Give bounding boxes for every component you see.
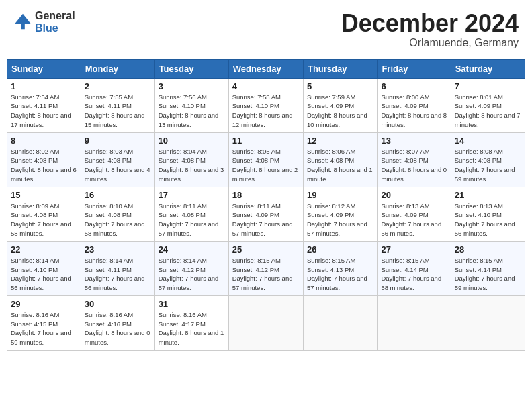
day-info: Sunrise: 8:07 AMSunset: 4:08 PMDaylight:… bbox=[381, 147, 447, 184]
day-info: Sunrise: 8:11 AMSunset: 4:09 PMDaylight:… bbox=[232, 201, 300, 238]
day-info: Sunrise: 8:16 AMSunset: 4:17 PMDaylight:… bbox=[159, 310, 225, 347]
day-number: 10 bbox=[159, 136, 225, 146]
day-number: 20 bbox=[381, 190, 447, 200]
day-number: 19 bbox=[307, 190, 373, 200]
day-info: Sunrise: 8:06 AMSunset: 4:08 PMDaylight:… bbox=[307, 147, 373, 184]
calendar-cell: 19Sunrise: 8:12 AMSunset: 4:09 PMDayligh… bbox=[303, 187, 377, 241]
day-number: 31 bbox=[159, 299, 225, 309]
calendar-week-row: 8Sunrise: 8:02 AMSunset: 4:08 PMDaylight… bbox=[7, 132, 525, 187]
logo-blue: Blue bbox=[35, 22, 75, 34]
calendar-header-row: SundayMondayTuesdayWednesdayThursdayFrid… bbox=[7, 59, 525, 78]
calendar-cell: 14Sunrise: 8:08 AMSunset: 4:08 PMDayligh… bbox=[451, 132, 525, 187]
day-info: Sunrise: 8:08 AMSunset: 4:08 PMDaylight:… bbox=[455, 147, 521, 184]
svg-marker-0 bbox=[15, 13, 31, 24]
calendar-cell: 9Sunrise: 8:03 AMSunset: 4:08 PMDaylight… bbox=[81, 132, 154, 187]
calendar-cell: 22Sunrise: 8:14 AMSunset: 4:10 PMDayligh… bbox=[7, 241, 81, 295]
day-number: 9 bbox=[85, 136, 151, 146]
day-info: Sunrise: 7:55 AMSunset: 4:11 PMDaylight:… bbox=[85, 93, 151, 130]
day-number: 3 bbox=[159, 81, 225, 91]
day-number: 26 bbox=[307, 244, 373, 255]
calendar-cell bbox=[303, 295, 377, 350]
calendar-cell: 5Sunrise: 7:59 AMSunset: 4:09 PMDaylight… bbox=[303, 78, 377, 132]
day-info: Sunrise: 8:11 AMSunset: 4:08 PMDaylight:… bbox=[159, 201, 225, 238]
calendar-cell: 26Sunrise: 8:15 AMSunset: 4:13 PMDayligh… bbox=[303, 241, 377, 295]
calendar-cell: 10Sunrise: 8:04 AMSunset: 4:08 PMDayligh… bbox=[154, 132, 228, 187]
day-info: Sunrise: 8:01 AMSunset: 4:09 PMDaylight:… bbox=[455, 93, 521, 130]
calendar-cell bbox=[228, 295, 303, 350]
svg-rect-1 bbox=[21, 24, 25, 28]
calendar-cell: 8Sunrise: 8:02 AMSunset: 4:08 PMDaylight… bbox=[7, 132, 81, 187]
day-info: Sunrise: 8:15 AMSunset: 4:13 PMDaylight:… bbox=[307, 256, 373, 293]
day-info: Sunrise: 7:54 AMSunset: 4:11 PMDaylight:… bbox=[11, 93, 77, 130]
day-number: 7 bbox=[455, 81, 521, 91]
day-info: Sunrise: 8:14 AMSunset: 4:11 PMDaylight:… bbox=[85, 256, 151, 293]
calendar-cell bbox=[378, 295, 451, 350]
day-number: 14 bbox=[455, 136, 521, 146]
location: Orlamuende, Germany bbox=[341, 37, 519, 49]
calendar-cell: 18Sunrise: 8:11 AMSunset: 4:09 PMDayligh… bbox=[228, 187, 303, 241]
day-info: Sunrise: 7:56 AMSunset: 4:10 PMDaylight:… bbox=[159, 93, 225, 130]
calendar-cell: 15Sunrise: 8:09 AMSunset: 4:08 PMDayligh… bbox=[7, 187, 81, 241]
day-info: Sunrise: 8:04 AMSunset: 4:08 PMDaylight:… bbox=[159, 147, 225, 184]
day-number: 16 bbox=[85, 190, 151, 200]
day-info: Sunrise: 8:15 AMSunset: 4:12 PMDaylight:… bbox=[232, 256, 300, 293]
calendar-cell: 25Sunrise: 8:15 AMSunset: 4:12 PMDayligh… bbox=[228, 241, 303, 295]
calendar-cell: 21Sunrise: 8:13 AMSunset: 4:10 PMDayligh… bbox=[451, 187, 525, 241]
calendar-header-wednesday: Wednesday bbox=[228, 59, 303, 78]
calendar-cell: 12Sunrise: 8:06 AMSunset: 4:08 PMDayligh… bbox=[303, 132, 377, 187]
calendar-header-sunday: Sunday bbox=[7, 59, 81, 78]
day-info: Sunrise: 8:02 AMSunset: 4:08 PMDaylight:… bbox=[11, 147, 77, 184]
calendar-header-tuesday: Tuesday bbox=[154, 59, 228, 78]
day-info: Sunrise: 8:00 AMSunset: 4:09 PMDaylight:… bbox=[381, 93, 447, 130]
day-info: Sunrise: 7:58 AMSunset: 4:10 PMDaylight:… bbox=[232, 93, 300, 130]
calendar-cell: 17Sunrise: 8:11 AMSunset: 4:08 PMDayligh… bbox=[154, 187, 228, 241]
calendar-cell: 30Sunrise: 8:16 AMSunset: 4:16 PMDayligh… bbox=[81, 295, 154, 350]
day-number: 25 bbox=[232, 244, 300, 255]
calendar-header-friday: Friday bbox=[378, 59, 451, 78]
day-info: Sunrise: 8:16 AMSunset: 4:16 PMDaylight:… bbox=[85, 310, 151, 347]
logo-text: General Blue bbox=[35, 10, 75, 34]
calendar-week-row: 29Sunrise: 8:16 AMSunset: 4:15 PMDayligh… bbox=[7, 295, 525, 350]
day-info: Sunrise: 8:14 AMSunset: 4:10 PMDaylight:… bbox=[11, 256, 77, 293]
logo-general: General bbox=[35, 10, 75, 22]
day-info: Sunrise: 8:14 AMSunset: 4:12 PMDaylight:… bbox=[159, 256, 225, 293]
day-number: 12 bbox=[307, 136, 373, 146]
calendar-cell: 6Sunrise: 8:00 AMSunset: 4:09 PMDaylight… bbox=[378, 78, 451, 132]
day-info: Sunrise: 8:16 AMSunset: 4:15 PMDaylight:… bbox=[11, 310, 77, 347]
calendar-week-row: 15Sunrise: 8:09 AMSunset: 4:08 PMDayligh… bbox=[7, 187, 525, 241]
calendar-header-thursday: Thursday bbox=[303, 59, 377, 78]
day-number: 17 bbox=[159, 190, 225, 200]
day-number: 8 bbox=[11, 136, 77, 146]
month-title: December 2024 bbox=[341, 10, 519, 37]
day-info: Sunrise: 8:03 AMSunset: 4:08 PMDaylight:… bbox=[85, 147, 151, 184]
day-info: Sunrise: 8:15 AMSunset: 4:14 PMDaylight:… bbox=[381, 256, 447, 293]
day-info: Sunrise: 8:09 AMSunset: 4:08 PMDaylight:… bbox=[11, 201, 77, 238]
calendar-cell: 3Sunrise: 7:56 AMSunset: 4:10 PMDaylight… bbox=[154, 78, 228, 132]
calendar-cell: 31Sunrise: 8:16 AMSunset: 4:17 PMDayligh… bbox=[154, 295, 228, 350]
day-number: 29 bbox=[11, 299, 77, 309]
day-number: 28 bbox=[455, 244, 521, 255]
day-number: 23 bbox=[85, 244, 151, 255]
calendar-cell: 24Sunrise: 8:14 AMSunset: 4:12 PMDayligh… bbox=[154, 241, 228, 295]
calendar-cell: 29Sunrise: 8:16 AMSunset: 4:15 PMDayligh… bbox=[7, 295, 81, 350]
calendar-cell: 28Sunrise: 8:15 AMSunset: 4:14 PMDayligh… bbox=[451, 241, 525, 295]
day-info: Sunrise: 8:13 AMSunset: 4:09 PMDaylight:… bbox=[381, 201, 447, 238]
calendar-cell: 27Sunrise: 8:15 AMSunset: 4:14 PMDayligh… bbox=[378, 241, 451, 295]
calendar-cell: 23Sunrise: 8:14 AMSunset: 4:11 PMDayligh… bbox=[81, 241, 154, 295]
calendar-cell: 7Sunrise: 8:01 AMSunset: 4:09 PMDaylight… bbox=[451, 78, 525, 132]
day-number: 1 bbox=[11, 81, 77, 91]
calendar-table: SundayMondayTuesdayWednesdayThursdayFrid… bbox=[7, 59, 525, 351]
calendar-cell: 13Sunrise: 8:07 AMSunset: 4:08 PMDayligh… bbox=[378, 132, 451, 187]
title-area: December 2024 Orlamuende, Germany bbox=[341, 10, 519, 49]
day-number: 11 bbox=[232, 136, 300, 146]
calendar-cell: 2Sunrise: 7:55 AMSunset: 4:11 PMDaylight… bbox=[81, 78, 154, 132]
calendar-cell: 11Sunrise: 8:05 AMSunset: 4:08 PMDayligh… bbox=[228, 132, 303, 187]
calendar-header-monday: Monday bbox=[81, 59, 154, 78]
day-info: Sunrise: 8:10 AMSunset: 4:08 PMDaylight:… bbox=[85, 201, 151, 238]
day-info: Sunrise: 8:12 AMSunset: 4:09 PMDaylight:… bbox=[307, 201, 373, 238]
logo-icon bbox=[13, 13, 32, 32]
day-number: 2 bbox=[85, 81, 151, 91]
calendar-week-row: 22Sunrise: 8:14 AMSunset: 4:10 PMDayligh… bbox=[7, 241, 525, 295]
day-number: 27 bbox=[381, 244, 447, 255]
day-number: 4 bbox=[232, 81, 300, 91]
